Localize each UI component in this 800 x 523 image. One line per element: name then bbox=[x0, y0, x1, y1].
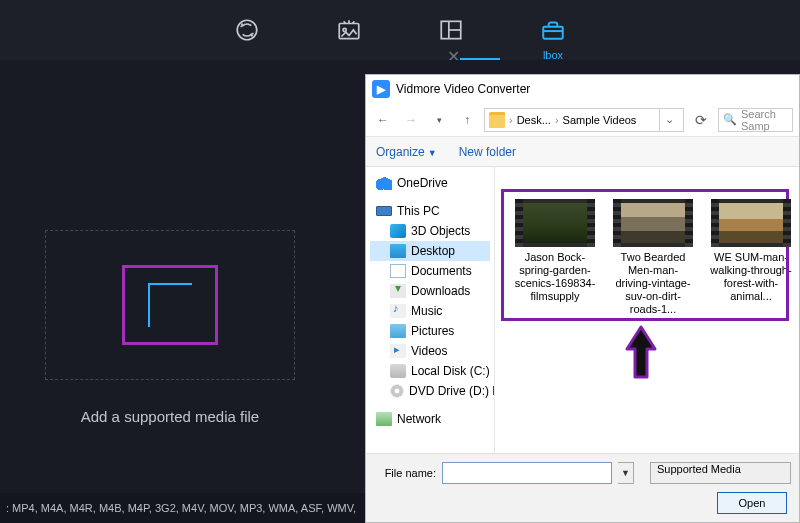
tree-desktop[interactable]: Desktop bbox=[370, 241, 490, 261]
annotation-arrow-icon bbox=[623, 325, 659, 381]
filename-label: File name: bbox=[374, 467, 436, 479]
tree-3d-objects[interactable]: 3D Objects bbox=[370, 221, 490, 241]
app-icon: ▶ bbox=[372, 80, 390, 98]
top-tab-bar: lbox bbox=[0, 0, 800, 60]
network-icon bbox=[376, 412, 392, 426]
nav-up-button[interactable]: ↑ bbox=[456, 109, 478, 131]
dropzone-highlight bbox=[122, 265, 218, 345]
organize-menu[interactable]: Organize▼ bbox=[376, 145, 437, 159]
picture-icon bbox=[390, 324, 406, 338]
file-item[interactable]: Two Bearded Men-man-driving-vintage-suv-… bbox=[611, 199, 695, 316]
dropzone[interactable] bbox=[45, 230, 295, 380]
file-name: Two Bearded Men-man-driving-vintage-suv-… bbox=[611, 251, 695, 316]
tab-converter[interactable] bbox=[232, 15, 262, 45]
tree-network[interactable]: Network bbox=[370, 409, 490, 429]
tree-pictures[interactable]: Pictures bbox=[370, 321, 490, 341]
file-pane[interactable]: Jason Bock-spring-garden-scenics-169834-… bbox=[495, 167, 799, 453]
video-thumbnail bbox=[613, 199, 693, 247]
music-icon bbox=[390, 304, 406, 318]
dialog-nav-row: ← → ▾ ↑ › Desk... › Sample Videos ⌄ ⟳ 🔍 … bbox=[366, 103, 799, 137]
tree-this-pc[interactable]: This PC bbox=[370, 201, 490, 221]
filename-dropdown[interactable]: ▼ bbox=[618, 462, 634, 484]
dialog-footer: File name: ▼ Supported Media Open bbox=[366, 453, 799, 522]
tab-media[interactable] bbox=[334, 15, 364, 45]
supported-formats-bar: : MP4, M4A, M4R, M4B, M4P, 3G2, M4V, MOV… bbox=[0, 493, 370, 523]
dialog-title: Vidmore Video Converter bbox=[396, 82, 530, 96]
tree-local-disk-c[interactable]: Local Disk (C:) bbox=[370, 361, 490, 381]
open-button[interactable]: Open bbox=[717, 492, 787, 514]
refresh-button[interactable]: ⟳ bbox=[690, 112, 712, 128]
chevron-down-icon: ▼ bbox=[428, 148, 437, 158]
filename-input[interactable] bbox=[442, 462, 612, 484]
breadcrumb-dropdown[interactable]: ⌄ bbox=[659, 108, 679, 132]
filetype-filter[interactable]: Supported Media bbox=[650, 462, 791, 484]
file-item[interactable]: Jason Bock-spring-garden-scenics-169834-… bbox=[513, 199, 597, 316]
search-input[interactable]: 🔍 Search Samp bbox=[718, 108, 793, 132]
nav-recent-dropdown[interactable]: ▾ bbox=[428, 109, 450, 131]
tab-collage[interactable] bbox=[436, 15, 466, 45]
cube-icon bbox=[390, 224, 406, 238]
dropzone-caption: Add a supported media file bbox=[0, 408, 340, 425]
tree-onedrive[interactable]: OneDrive bbox=[370, 173, 490, 193]
video-thumbnail bbox=[515, 199, 595, 247]
nav-tree: OneDrive This PC 3D Objects Desktop Docu… bbox=[366, 167, 495, 453]
nav-back-button[interactable]: ← bbox=[372, 109, 394, 131]
dialog-titlebar: ▶ Vidmore Video Converter bbox=[366, 75, 799, 103]
cloud-icon bbox=[376, 176, 392, 190]
download-icon bbox=[390, 284, 406, 298]
breadcrumb-bar[interactable]: › Desk... › Sample Videos ⌄ bbox=[484, 108, 684, 132]
desktop-icon bbox=[390, 244, 406, 258]
tree-music[interactable]: Music bbox=[370, 301, 490, 321]
tab-toolbox[interactable]: lbox bbox=[538, 15, 568, 45]
breadcrumb-item-2[interactable]: Sample Videos bbox=[563, 114, 637, 126]
video-thumbnail bbox=[711, 199, 791, 247]
pc-icon bbox=[376, 206, 392, 216]
new-folder-button[interactable]: New folder bbox=[459, 145, 516, 159]
search-icon: 🔍 bbox=[723, 113, 737, 126]
breadcrumb-item-1[interactable]: Desk... bbox=[517, 114, 551, 126]
chevron-right-icon: › bbox=[509, 114, 513, 126]
file-item[interactable]: WE SUM-man-walking-through-forest-with-a… bbox=[709, 199, 793, 316]
file-name: WE SUM-man-walking-through-forest-with-a… bbox=[709, 251, 793, 303]
tree-downloads[interactable]: Downloads bbox=[370, 281, 490, 301]
dialog-toolbar: Organize▼ New folder bbox=[366, 137, 799, 167]
disk-icon bbox=[390, 364, 406, 378]
chevron-right-icon: › bbox=[555, 114, 559, 126]
tree-dvd-drive-d[interactable]: DVD Drive (D:) P bbox=[370, 381, 490, 401]
file-open-dialog: ▶ Vidmore Video Converter ← → ▾ ↑ › Desk… bbox=[365, 74, 800, 523]
tree-videos[interactable]: Videos bbox=[370, 341, 490, 361]
folder-icon bbox=[489, 112, 505, 128]
plus-icon bbox=[148, 283, 192, 327]
file-name: Jason Bock-spring-garden-scenics-169834-… bbox=[513, 251, 597, 303]
dvd-icon bbox=[390, 384, 404, 398]
search-placeholder: Search Samp bbox=[741, 108, 788, 132]
nav-forward-button[interactable]: → bbox=[400, 109, 422, 131]
video-icon bbox=[390, 344, 406, 358]
tree-documents[interactable]: Documents bbox=[370, 261, 490, 281]
document-icon bbox=[390, 264, 406, 278]
svg-rect-6 bbox=[543, 27, 563, 39]
